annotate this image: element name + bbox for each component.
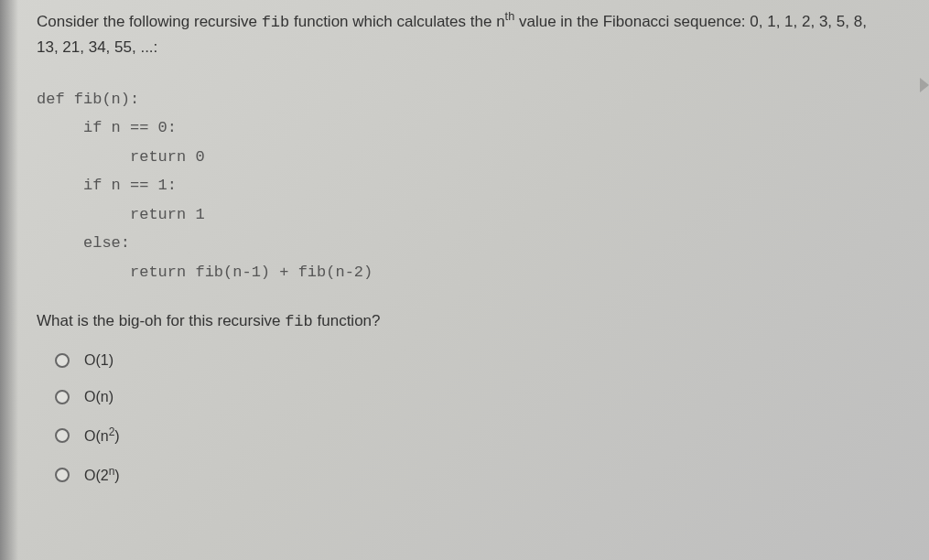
sub-question: What is the big-oh for this recursive fi… xyxy=(37,312,892,330)
subq-text-1: What is the big-oh for this recursive xyxy=(37,312,285,329)
cursor-icon xyxy=(920,78,929,92)
options-list: O(1) O(n) O(n2) O(2n) xyxy=(37,352,892,485)
radio-icon[interactable] xyxy=(55,353,70,368)
intro-text-2: function which calculates the n xyxy=(289,13,504,30)
radio-icon[interactable] xyxy=(55,468,70,482)
radio-icon[interactable] xyxy=(55,428,70,443)
option-3[interactable]: O(n2) xyxy=(55,425,892,445)
option-label-2: O(n) xyxy=(84,389,113,405)
code-block: def fib(n): if n == 0: return 0 if n == … xyxy=(37,85,892,286)
option-label-1: O(1) xyxy=(84,352,113,369)
intro-sup: th xyxy=(505,9,515,23)
radio-icon[interactable] xyxy=(55,390,70,404)
subq-code-1: fib xyxy=(285,313,313,330)
question-intro: Consider the following recursive fib fun… xyxy=(37,7,892,59)
option-label-4: O(2n) xyxy=(84,465,120,484)
option-1[interactable]: O(1) xyxy=(55,352,892,369)
option-4[interactable]: O(2n) xyxy=(55,465,892,484)
intro-code-1: fib xyxy=(262,14,290,31)
option-2[interactable]: O(n) xyxy=(55,389,892,405)
intro-text-1: Consider the following recursive xyxy=(37,13,262,30)
subq-text-2: function? xyxy=(313,312,381,329)
option-label-3: O(n2) xyxy=(84,425,120,445)
